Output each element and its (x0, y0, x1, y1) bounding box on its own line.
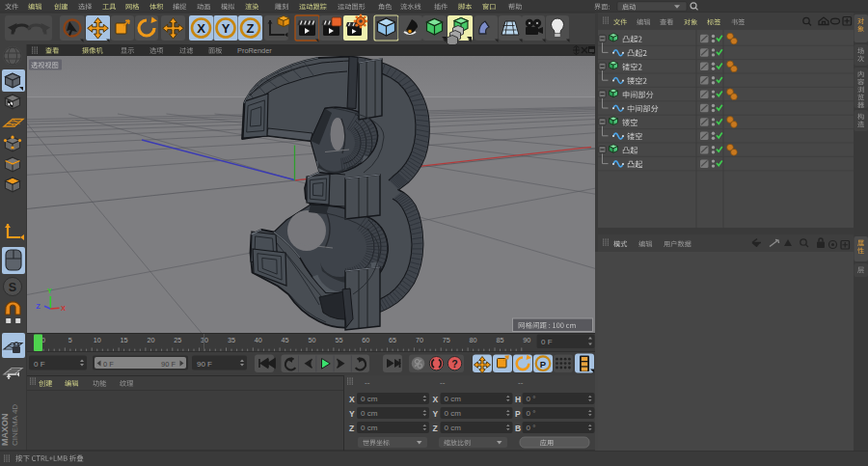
svg-text:85: 85 (497, 336, 504, 344)
svg-text:Z: Z (433, 424, 438, 433)
svg-text:P: P (515, 409, 521, 419)
svg-text:X: X (61, 304, 66, 313)
svg-text:90 F: 90 F (161, 360, 176, 369)
svg-text:0 F: 0 F (103, 360, 114, 369)
svg-text:0 cm: 0 cm (361, 424, 378, 432)
svg-text:0 F: 0 F (34, 360, 45, 369)
svg-text:75: 75 (443, 336, 450, 344)
svg-text:Y: Y (349, 409, 355, 419)
svg-text:Y: Y (222, 21, 231, 36)
svg-text:0 °: 0 ° (527, 395, 536, 403)
svg-text:5: 5 (68, 336, 72, 344)
svg-text:10: 10 (94, 336, 101, 344)
svg-text:S: S (9, 281, 16, 294)
svg-text:0 °: 0 ° (527, 409, 536, 418)
svg-text:CINEMA 4D: CINEMA 4D (11, 404, 19, 446)
svg-text:30: 30 (201, 336, 208, 344)
svg-text:H: H (515, 395, 521, 404)
svg-text:90 F: 90 F (197, 360, 212, 369)
svg-text:?: ? (451, 358, 457, 370)
svg-text:--: -- (365, 378, 370, 387)
svg-text:X: X (433, 395, 439, 404)
svg-text:80: 80 (470, 336, 477, 344)
svg-text:90: 90 (523, 336, 530, 344)
svg-text:50: 50 (309, 336, 316, 344)
svg-text:25: 25 (174, 336, 181, 344)
svg-text:15: 15 (121, 336, 128, 344)
svg-text:0 cm: 0 cm (361, 409, 378, 418)
svg-text:0 cm: 0 cm (445, 424, 462, 432)
svg-text:P: P (540, 359, 547, 370)
svg-text:65: 65 (389, 336, 396, 344)
svg-text:Z: Z (349, 424, 354, 433)
svg-text:60: 60 (362, 336, 369, 344)
svg-text:40: 40 (255, 336, 262, 344)
svg-text:0 cm: 0 cm (445, 409, 462, 418)
svg-text:Z: Z (247, 21, 255, 36)
svg-text:Y: Y (47, 287, 52, 295)
svg-text:55: 55 (335, 336, 342, 344)
svg-text:70: 70 (416, 336, 423, 344)
svg-text:0 cm: 0 cm (445, 395, 462, 403)
svg-text:X: X (197, 21, 205, 36)
svg-text:Y: Y (433, 409, 439, 419)
svg-text:0 cm: 0 cm (361, 395, 378, 403)
svg-text:0 F: 0 F (541, 338, 553, 346)
svg-text:20: 20 (147, 336, 154, 344)
svg-text:B: B (515, 424, 521, 433)
svg-text:45: 45 (282, 336, 289, 344)
svg-text:0 °: 0 ° (527, 424, 536, 432)
svg-text:--: -- (518, 378, 524, 387)
svg-text:ProRender: ProRender (237, 46, 272, 55)
svg-text:Z: Z (36, 302, 41, 311)
svg-text:MAXON: MAXON (0, 414, 10, 447)
svg-text:--: -- (440, 378, 446, 387)
svg-text:35: 35 (228, 336, 235, 344)
svg-text:X: X (349, 395, 355, 404)
